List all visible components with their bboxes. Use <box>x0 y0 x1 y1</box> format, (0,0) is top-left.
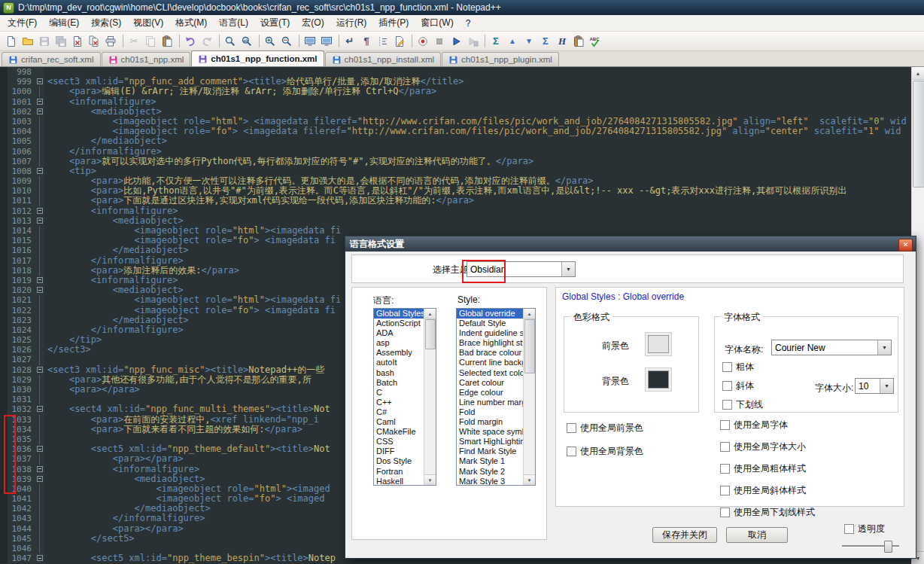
tab-ch01s1_npp_install.xml[interactable]: ch01s1_npp_install.xml <box>325 52 442 66</box>
list-item-ActionScript[interactable]: ActionScript <box>374 319 424 328</box>
record-macro-icon[interactable] <box>415 34 430 49</box>
tab-ch01s1_npp_plugin.xml[interactable]: ch01s1_npp_plugin.xml <box>442 52 559 66</box>
paste-icon[interactable] <box>160 34 175 49</box>
fold-collapse-icon[interactable] <box>35 77 44 87</box>
fold-collapse-icon[interactable] <box>35 474 44 484</box>
list-item-autoIt[interactable]: autoIt <box>374 358 424 367</box>
list-item-Mark Style 1[interactable]: Mark Style 1 <box>457 456 524 466</box>
open-file-icon[interactable] <box>20 34 35 49</box>
zoom-in-icon[interactable] <box>263 34 278 49</box>
italic-checkbox[interactable]: 斜体 <box>722 380 754 392</box>
menu-item-3[interactable]: 视图(V) <box>127 14 169 32</box>
sum-icon[interactable]: Σ <box>538 34 553 49</box>
menu-item-10[interactable]: 窗口(W) <box>415 14 459 32</box>
list-item-Current line background colour[interactable]: Current line background colour <box>457 358 524 367</box>
list-item-Smart HighLighting[interactable]: Smart HighLighting <box>457 437 524 447</box>
textfx-sigma-icon[interactable]: Σ <box>488 34 503 49</box>
transparency-checkbox[interactable]: 透明度 <box>844 523 885 535</box>
list-item-Find Mark Style[interactable]: Find Mark Style <box>457 447 524 456</box>
list-item-Global override[interactable]: Global override <box>457 309 524 319</box>
sync-horizontal-scroll-icon[interactable] <box>319 34 334 49</box>
list-item-Fold[interactable]: Fold <box>457 407 524 417</box>
list-item-asp[interactable]: asp <box>374 338 424 348</box>
fold-collapse-icon[interactable] <box>35 276 44 285</box>
list-item-Assembly[interactable]: Assembly <box>374 348 424 358</box>
bold-checkbox[interactable]: 粗体 <box>722 361 754 373</box>
list-item-Fortran[interactable]: Fortran <box>374 467 424 477</box>
show-indent-guide-icon[interactable] <box>375 34 391 49</box>
list-item-Edge colour[interactable]: Edge colour <box>457 388 524 398</box>
transparency-slider[interactable] <box>842 541 899 551</box>
move-down-icon[interactable]: ▼ <box>521 34 536 49</box>
slider-thumb[interactable] <box>884 541 892 553</box>
list-item-C++[interactable]: C++ <box>374 398 424 407</box>
fold-collapse-icon[interactable] <box>35 365 44 375</box>
list-item-Mark Style 2[interactable]: Mark Style 2 <box>457 467 524 477</box>
menu-item-8[interactable]: 运行(R) <box>330 14 373 32</box>
checkbox-使用全局字体大小[interactable]: 使用全局字体大小 <box>720 441 815 453</box>
undo-icon[interactable] <box>183 34 198 49</box>
zoom-out-icon[interactable] <box>279 34 294 49</box>
list-item-C#[interactable]: C# <box>374 407 424 417</box>
scrollbar-thumb[interactable] <box>425 319 436 349</box>
show-all-characters-icon[interactable]: ¶ <box>359 34 374 49</box>
list-item-Caml[interactable]: Caml <box>374 417 424 427</box>
checkbox-使用全局粗体样式[interactable]: 使用全局粗体样式 <box>720 462 815 475</box>
list-item-Dos Style[interactable]: Dos Style <box>374 456 424 466</box>
menu-item-0[interactable]: 文件(F) <box>2 14 43 32</box>
find-icon[interactable] <box>223 34 238 49</box>
save-and-close-button[interactable]: 保存并关闭 <box>652 527 717 543</box>
tab-crifan_rec_soft.xml[interactable]: crifan_rec_soft.xml <box>2 52 101 66</box>
clipboard-history-icon[interactable] <box>571 34 586 49</box>
checkbox-使用全局下划线样式[interactable]: 使用全局下划线样式 <box>720 506 815 519</box>
menu-item-2[interactable]: 搜索(S) <box>85 14 127 32</box>
tab-ch01s1_npp.xml[interactable]: ch01s1_npp.xml <box>102 52 191 66</box>
dialog-title-bar[interactable]: 语言格式设置 <box>345 236 916 252</box>
list-item-Bad brace colour[interactable]: Bad brace colour <box>457 348 524 358</box>
chevron-down-icon[interactable]: ▼ <box>561 262 575 276</box>
move-up-icon[interactable]: ▲ <box>505 34 520 49</box>
menu-item-9[interactable]: 插件(P) <box>372 14 415 32</box>
list-item-Batch[interactable]: Batch <box>374 378 424 388</box>
fold-collapse-icon[interactable] <box>35 206 44 216</box>
spell-check-icon[interactable]: ABC <box>588 34 603 49</box>
user-defined-dialog-icon[interactable] <box>392 34 407 49</box>
list-item-White space symbol[interactable]: White space symbol <box>457 427 524 437</box>
print-icon[interactable] <box>103 34 118 49</box>
list-item-Line number margin[interactable]: Line number margin <box>457 398 524 407</box>
list-item-C[interactable]: C <box>374 388 424 398</box>
fold-collapse-icon[interactable] <box>35 216 44 226</box>
chevron-down-icon[interactable]: ▼ <box>877 340 891 355</box>
font-name-combobox[interactable]: Courier New ▼ <box>771 340 892 355</box>
scroll-down-icon[interactable]: ▼ <box>524 474 535 485</box>
checkbox-使用全局字体[interactable]: 使用全局字体 <box>720 419 815 431</box>
list-item-Caret colour[interactable]: Caret colour <box>457 378 524 388</box>
checkbox-使用全局背景色[interactable]: 使用全局背景色 <box>567 445 643 458</box>
fold-collapse-icon[interactable] <box>35 404 44 414</box>
language-listbox[interactable]: Global StylesActionScriptADAaspAssemblya… <box>373 308 436 486</box>
menu-item-5[interactable]: 语言(L) <box>213 14 254 32</box>
style-listbox[interactable]: Global overrideDefault StyleIndent guide… <box>456 308 536 486</box>
chevron-down-icon[interactable]: ▼ <box>880 379 893 393</box>
list-item-Mark Style 3[interactable]: Mark Style 3 <box>457 477 524 485</box>
scrollbar-thumb[interactable] <box>524 319 535 373</box>
list-item-DIFF[interactable]: DIFF <box>374 447 424 456</box>
scrollbar-thumb[interactable] <box>913 81 924 187</box>
list-item-Indent guideline style[interactable]: Indent guideline style <box>457 328 524 338</box>
list-item-Fold margin[interactable]: Fold margin <box>457 417 524 427</box>
fold-collapse-icon[interactable] <box>35 107 44 117</box>
list-item-Haskell[interactable]: Haskell <box>374 477 424 485</box>
list-item-Brace highlight style[interactable]: Brace highlight style <box>457 338 524 348</box>
menu-item-4[interactable]: 格式(M) <box>169 14 213 32</box>
close-icon[interactable] <box>70 34 85 49</box>
list-item-Global Styles[interactable]: Global Styles <box>374 309 424 319</box>
scroll-up-icon[interactable]: ▲ <box>524 309 535 319</box>
tab-ch01s1_npp_function.xml[interactable]: ch01s1_npp_function.xml <box>191 50 324 66</box>
word-wrap-icon[interactable]: ↵ <box>342 34 357 49</box>
background-color-swatch[interactable] <box>648 370 669 389</box>
fold-collapse-icon[interactable] <box>35 166 44 176</box>
language-list-scrollbar[interactable]: ▲ ▼ <box>424 309 436 485</box>
scroll-up-icon[interactable]: ▲ <box>912 67 924 80</box>
hex-editor-icon[interactable]: H <box>555 34 570 49</box>
close-all-icon[interactable] <box>87 34 102 49</box>
